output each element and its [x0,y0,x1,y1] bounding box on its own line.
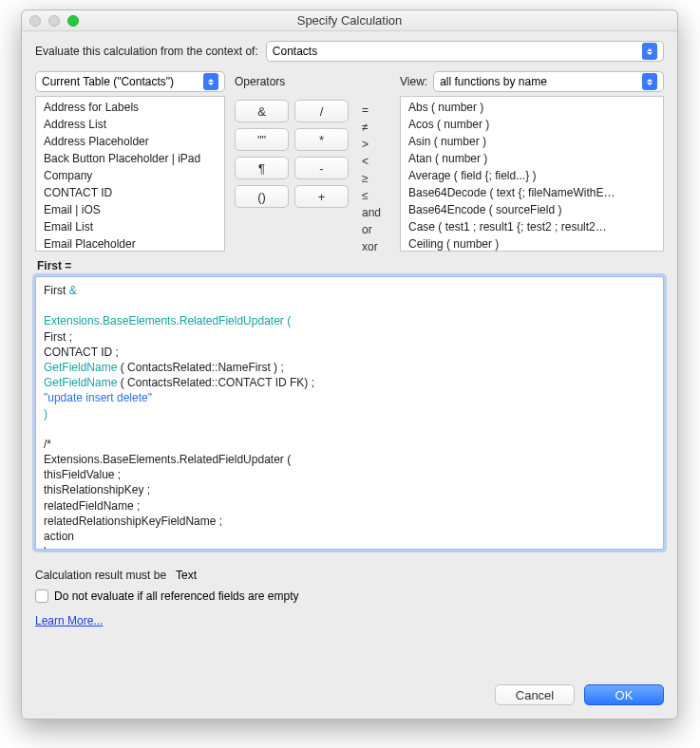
operator-button[interactable]: + [294,185,349,208]
context-value: Contacts [273,45,317,58]
list-item[interactable]: Atan ( number ) [401,150,663,167]
result-operator-item[interactable]: < [358,153,390,170]
context-dropdown[interactable]: Contacts [266,41,664,62]
list-item[interactable]: Base64Decode ( text {; fileNameWithE… [401,184,663,201]
operator-button[interactable]: / [294,100,349,122]
operator-button[interactable]: * [294,128,349,151]
table-value: Current Table ("Contacts") [42,75,174,88]
cancel-button[interactable]: Cancel [495,684,575,705]
view-label: View: [400,75,427,88]
list-item[interactable]: Average ( field {; field...} ) [401,167,663,184]
list-item[interactable]: Address List [36,116,224,133]
view-value: all functions by name [440,75,547,88]
functions-listbox[interactable]: Abs ( number )Acos ( number )Asin ( numb… [400,96,664,252]
list-item[interactable]: Email | iOS [36,201,224,218]
dialog-window: Specify Calculation Evaluate this calcul… [21,9,678,720]
operator-button[interactable]: () [235,185,289,208]
operator-button[interactable]: & [235,100,289,122]
operator-button[interactable]: "" [235,128,289,151]
result-type[interactable]: Text [176,569,197,582]
ok-button[interactable]: OK [584,684,664,705]
list-item[interactable]: Case ( test1 ; result1 {; test2 ; result… [401,218,663,235]
operator-button[interactable]: - [294,157,349,179]
list-item[interactable]: CONTACT ID [36,184,224,201]
context-label: Evaluate this calculation from the conte… [35,45,258,58]
result-operator-item[interactable]: and [358,204,390,221]
table-dropdown[interactable]: Current Table ("Contacts") [35,71,225,92]
result-operator-item[interactable]: ≥ [358,170,390,187]
window-title: Specify Calculation [22,13,677,28]
list-item[interactable]: Asin ( number ) [401,133,663,150]
formula-field-label: First = [35,259,664,272]
operators-label: Operators [235,75,285,88]
list-item[interactable]: Base64Encode ( sourceField ) [401,201,663,218]
titlebar: Specify Calculation [22,10,677,31]
formula-editor[interactable]: First & Extensions.BaseElements.RelatedF… [35,276,664,550]
result-operator-item[interactable]: = [358,102,390,119]
view-dropdown[interactable]: all functions by name [433,71,664,92]
fields-listbox[interactable]: Address for LabelsAddress ListAddress Pl… [35,96,225,252]
list-item[interactable]: Abs ( number ) [401,99,663,116]
chevron-updown-icon [642,43,657,60]
chevron-updown-icon [642,73,657,90]
do-not-evaluate-label: Do not evaluate if all referenced fields… [54,589,298,603]
result-operators[interactable]: =≠><≥≤andorxornot [358,96,390,252]
result-operator-item[interactable]: xor [358,238,390,252]
list-item[interactable]: Acos ( number ) [401,116,663,133]
chevron-updown-icon [203,73,218,90]
list-item[interactable]: Address Placeholder [36,133,224,150]
result-operator-item[interactable]: or [358,221,390,238]
list-item[interactable]: Email Placeholder [36,235,224,252]
operator-button[interactable]: ¶ [235,157,289,179]
result-label: Calculation result must be [35,569,166,582]
list-item[interactable]: Address for Labels [36,99,224,116]
list-item[interactable]: Email List [36,218,224,235]
list-item[interactable]: Company [36,167,224,184]
learn-more-link[interactable]: Learn More... [35,614,664,627]
list-item[interactable]: Back Button Placeholder | iPad [36,150,224,167]
do-not-evaluate-checkbox[interactable] [35,589,48,603]
result-operator-item[interactable]: > [358,136,390,153]
list-item[interactable]: Ceiling ( number ) [401,235,663,252]
result-operator-item[interactable]: ≠ [358,119,390,136]
result-operator-item[interactable]: ≤ [358,187,390,204]
